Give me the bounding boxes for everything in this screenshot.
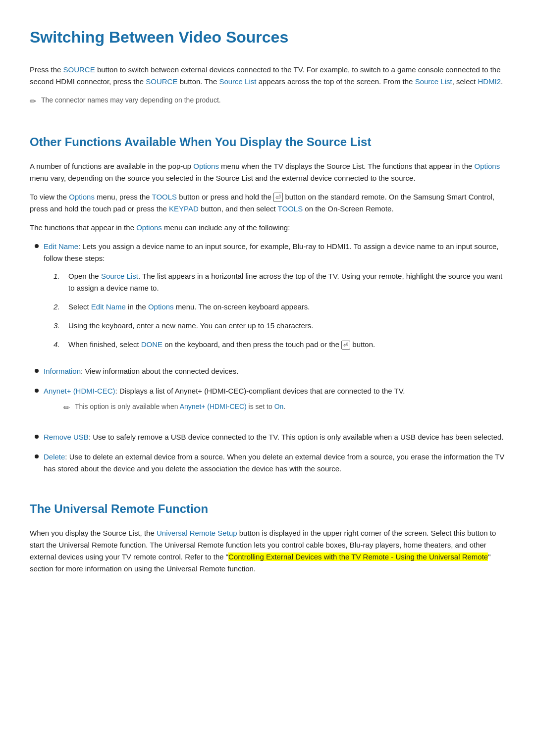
bullet-content-remove-usb: Remove USB: Use to safely remove a USB d…: [44, 431, 505, 443]
options-keyword-1: Options: [193, 162, 219, 170]
section2-para2: To view the Options menu, press the TOOL…: [30, 191, 505, 215]
s2p2-mid4: button, and then select: [199, 204, 278, 213]
intro-text-pre: Press the: [30, 65, 63, 74]
step-4-content: When finished, select DONE on the keyboa…: [68, 339, 505, 351]
options-keyword-2: Options: [475, 162, 500, 170]
section2-para1: A number of functions are available in t…: [30, 160, 505, 184]
source-list-keyword-1: Source List: [219, 77, 256, 86]
page-title: Switching Between Video Sources: [30, 25, 505, 50]
step-1: 1. Open the Source List. The list appear…: [54, 270, 505, 294]
intro-period: .: [501, 77, 503, 86]
information-text: : View information about the connected d…: [81, 367, 238, 375]
list-item-remove-usb: Remove USB: Use to safely remove a USB d…: [30, 431, 505, 443]
options-keyword-3: Options: [69, 193, 95, 201]
edit-name-step2: Edit Name: [91, 302, 126, 311]
bullet-dot-5: [35, 454, 39, 458]
remove-usb-label: Remove USB: [44, 433, 89, 441]
step-num-4: 4.: [54, 339, 63, 351]
hdmi2-keyword: HDMI2: [478, 77, 501, 86]
s2p1-end: menu when the TV displays the Source Lis…: [219, 162, 475, 170]
step-4: 4. When finished, select DONE on the key…: [54, 339, 505, 351]
section2-para3: The functions that appear in the Options…: [30, 222, 505, 234]
pencil-icon-1: ✏: [30, 95, 36, 108]
intro-text-mid3: appears across the top of the screen. Fr…: [256, 77, 415, 86]
anynet-note-text: This option is only available when Anyne…: [75, 401, 285, 412]
controlling-external-link[interactable]: Controlling External Devices with the TV…: [228, 553, 488, 561]
keypad-keyword: KEYPAD: [169, 204, 199, 213]
list-item-delete: Delete: Use to delete an external device…: [30, 451, 505, 475]
list-item-anynet: Anynet+ (HDMI-CEC): Displays a list of A…: [30, 385, 505, 423]
s2p3-end: menu can include any of the following:: [162, 223, 290, 232]
note-connector-names: ✏ The connector names may vary depending…: [30, 95, 505, 108]
edit-name-steps: 1. Open the Source List. The list appear…: [54, 270, 505, 351]
anynet-text: : Displays a list of Anynet+ (HDMI-CEC)-…: [115, 387, 405, 395]
return-icon-2: ⏎: [341, 341, 350, 350]
on-keyword: On: [274, 403, 284, 410]
section2-title: Other Functions Available When You Displ…: [30, 133, 505, 151]
s2p2-mid2: button or press and hold the: [177, 193, 273, 201]
source-keyword-1: SOURCE: [63, 65, 95, 74]
bullet-content-delete: Delete: Use to delete an external device…: [44, 451, 505, 475]
step-1-content: Open the Source List. The list appears i…: [68, 270, 505, 294]
bullet-dot-2: [35, 369, 39, 373]
options-step2: Options: [148, 302, 174, 311]
s2p2-pre: To view the: [30, 193, 69, 201]
bullet-dot-4: [35, 435, 39, 439]
step-3: 3. Using the keyboard, enter a new name.…: [54, 320, 505, 332]
information-label: Information: [44, 367, 81, 375]
source-keyword-2: SOURCE: [146, 77, 177, 86]
edit-name-label: Edit Name: [44, 242, 78, 251]
list-item-edit-name: Edit Name: Lets you assign a device name…: [30, 241, 505, 357]
intro-text-end: , select: [452, 77, 478, 86]
section3-para1: When you display the Source List, the Un…: [30, 527, 505, 575]
edit-name-text: : Lets you assign a device name to an in…: [44, 242, 499, 262]
bullet-content-information: Information: View information about the …: [44, 365, 505, 377]
anynet-label: Anynet+ (HDMI-CEC): [44, 387, 115, 395]
step-num-2: 2.: [54, 301, 63, 313]
step-3-content: Using the keyboard, enter a new name. Yo…: [68, 320, 505, 332]
bullet-dot-1: [35, 244, 39, 248]
step-num-3: 3.: [54, 320, 63, 332]
source-list-step1: Source List: [101, 272, 138, 280]
options-keyword-4: Options: [136, 223, 162, 232]
list-item-information: Information: View information about the …: [30, 365, 505, 377]
done-keyword: DONE: [141, 340, 162, 349]
s3p1-pre: When you display the Source List, the: [30, 529, 157, 537]
universal-remote-setup-keyword: Universal Remote Setup: [157, 529, 237, 537]
anynet-hl: Anynet+ (HDMI-CEC): [180, 403, 247, 410]
step-2-content: Select Edit Name in the Options menu. Th…: [68, 301, 505, 313]
tools-keyword-1: TOOLS: [152, 193, 177, 201]
remove-usb-text: : Use to safely remove a USB device conn…: [89, 433, 504, 441]
s2p2-end: on the On-Screen Remote.: [303, 204, 393, 213]
delete-label: Delete: [44, 453, 65, 461]
delete-text: : Use to delete an external device from …: [44, 453, 504, 473]
pencil-icon-2: ✏: [63, 402, 70, 414]
bullet-dot-3: [35, 389, 39, 393]
intro-text-mid2: button. The: [177, 77, 219, 86]
s2p1-pre: A number of functions are available in t…: [30, 162, 193, 170]
step-2: 2. Select Edit Name in the Options menu.…: [54, 301, 505, 313]
step-num-1: 1.: [54, 270, 63, 282]
options-bullet-list: Edit Name: Lets you assign a device name…: [30, 241, 505, 475]
tools-keyword-2: TOOLS: [278, 204, 303, 213]
bullet-content-edit-name: Edit Name: Lets you assign a device name…: [44, 241, 505, 357]
s2p2-mid: menu, press the: [95, 193, 152, 201]
source-list-keyword-2: Source List: [415, 77, 452, 86]
bullet-content-anynet: Anynet+ (HDMI-CEC): Displays a list of A…: [44, 385, 505, 423]
note-connector-text: The connector names may vary depending o…: [41, 95, 221, 105]
return-icon-1: ⏎: [273, 193, 283, 202]
s2p1-end2: menu vary, depending on the source you s…: [30, 174, 416, 182]
s2p3-pre: The functions that appear in the: [30, 223, 136, 232]
intro-paragraph: Press the SOURCE button to switch betwee…: [30, 64, 505, 88]
section3-title: The Universal Remote Function: [30, 500, 505, 518]
anynet-note: ✏ This option is only available when Any…: [63, 401, 505, 414]
